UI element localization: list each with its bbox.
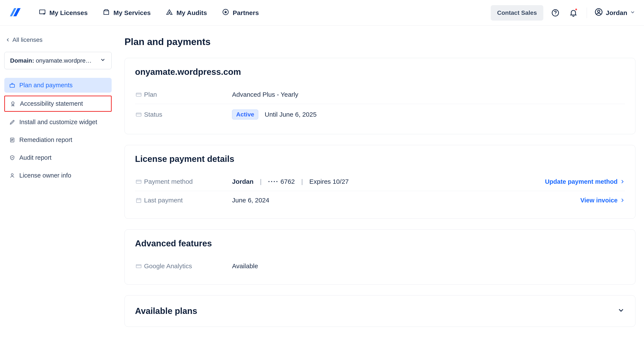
sidebar-item-label: License owner info (19, 172, 71, 179)
contact-sales-button[interactable]: Contact Sales (491, 5, 543, 20)
separator: | (260, 178, 262, 185)
document-icon (9, 137, 16, 143)
view-invoice-link[interactable]: View invoice (580, 197, 625, 204)
payment-method-row: Payment method Jordan | ···· 6762 | Expi… (135, 173, 625, 191)
calendar-icon (135, 197, 144, 203)
nav-label: My Services (113, 9, 150, 16)
domain-card: onyamate.wordpress.com Plan Advanced Plu… (124, 58, 636, 134)
content-area: Plan and payments onyamate.wordpress.com… (116, 26, 644, 348)
services-icon (102, 8, 110, 17)
card-icon (135, 92, 144, 98)
nav-partners[interactable]: Partners (222, 8, 259, 17)
sidebar-item-remediation-report[interactable]: Remediation report (4, 133, 112, 147)
briefcase-icon (9, 82, 16, 88)
method-label: Payment method (144, 178, 232, 185)
nav-label: Partners (233, 9, 259, 16)
licenses-icon (39, 8, 46, 17)
svg-point-9 (11, 174, 13, 175)
method-expires: Expires 10/27 (309, 178, 348, 185)
svg-rect-6 (10, 84, 14, 87)
nav-my-services[interactable]: My Services (102, 8, 150, 17)
person-icon (9, 173, 16, 178)
svg-rect-11 (136, 113, 141, 116)
sidebar-item-accessibility-statement[interactable]: Accessibility statement (4, 96, 112, 112)
award-icon (10, 101, 16, 107)
available-plans-toggle[interactable]: Available plans (135, 306, 625, 316)
chevron-left-icon (6, 37, 10, 42)
method-name: Jordan (232, 178, 254, 185)
nav-my-audits[interactable]: My Audits (166, 8, 207, 17)
svg-rect-13 (136, 198, 141, 203)
user-menu[interactable]: Jordan (594, 7, 636, 18)
status-label: Status (144, 111, 232, 118)
last-payment-value: June 6, 2024 (232, 197, 580, 204)
user-name: Jordan (606, 9, 627, 16)
svg-rect-14 (136, 265, 141, 268)
status-badge: Active (232, 110, 258, 119)
domain-label: Domain: (10, 57, 36, 64)
breadcrumb-label: All licenses (12, 36, 42, 43)
chevron-down-icon (630, 9, 636, 16)
pencil-icon (9, 119, 16, 125)
sidebar-item-label: Remediation report (19, 136, 72, 144)
shield-check-icon (9, 155, 16, 161)
last-payment-row: Last payment June 6, 2024 View invoice (135, 191, 625, 209)
card-icon (135, 112, 144, 118)
notifications-button[interactable] (567, 7, 580, 19)
status-row: Status Active Until June 6, 2025 (135, 104, 625, 125)
help-button[interactable] (549, 7, 561, 19)
svg-rect-12 (136, 180, 141, 183)
payment-card-title: License payment details (135, 154, 625, 164)
domain-selector[interactable]: Domain: onyamate.wordpre… (4, 52, 112, 69)
sidebar-item-label: Accessibility statement (20, 100, 83, 107)
nav-label: My Licenses (49, 9, 88, 16)
card-icon (135, 178, 144, 185)
nav-label: My Audits (176, 9, 207, 16)
masked-dots: ···· (268, 178, 279, 185)
app-header: My Licenses My Services My Audits Partne… (0, 0, 644, 26)
status-until: Until June 6, 2025 (265, 111, 317, 118)
page-title: Plan and payments (124, 36, 636, 47)
ga-value: Available (232, 262, 625, 270)
plan-label: Plan (144, 91, 232, 98)
last-payment-label: Last payment (144, 197, 232, 204)
plan-row: Plan Advanced Plus - Yearly (135, 85, 625, 104)
nav-my-licenses[interactable]: My Licenses (39, 8, 88, 17)
svg-point-3 (555, 14, 556, 15)
sidebar: All licenses Domain: onyamate.wordpre… P… (0, 26, 116, 348)
update-payment-method-link[interactable]: Update payment method (545, 178, 625, 185)
sidebar-item-owner-info[interactable]: License owner info (4, 168, 112, 183)
available-plans-title: Available plans (135, 306, 197, 316)
svg-rect-10 (136, 93, 141, 96)
sidebar-item-label: Plan and payments (19, 82, 72, 89)
breadcrumb-all-licenses[interactable]: All licenses (4, 36, 112, 43)
features-card: Advanced features Google Analytics Avail… (124, 229, 636, 285)
domain-value: onyamate.wordpre… (36, 57, 92, 64)
domain-card-title: onyamate.wordpress.com (135, 67, 625, 77)
sidebar-item-plan-payments[interactable]: Plan and payments (4, 78, 112, 93)
payment-card: License payment details Payment method J… (124, 145, 636, 219)
svg-point-5 (598, 10, 600, 12)
partners-icon (222, 8, 229, 17)
sidebar-item-audit-report[interactable]: Audit report (4, 150, 112, 165)
svg-point-7 (12, 102, 14, 104)
audits-icon (166, 8, 173, 17)
google-analytics-row: Google Analytics Available (135, 257, 625, 275)
sidebar-item-label: Install and customize widget (19, 119, 97, 126)
plan-value: Advanced Plus - Yearly (232, 91, 625, 98)
chevron-down-icon (617, 306, 625, 316)
header-divider (587, 7, 587, 18)
chevron-right-icon (620, 198, 625, 203)
app-logo[interactable] (8, 6, 22, 19)
notification-dot-icon (575, 8, 578, 11)
svg-rect-0 (40, 10, 45, 14)
separator: | (301, 178, 303, 185)
user-icon (594, 7, 603, 18)
sidebar-item-install-widget[interactable]: Install and customize widget (4, 115, 112, 130)
card-icon (135, 263, 144, 269)
features-card-title: Advanced features (135, 239, 625, 248)
chevron-down-icon (100, 57, 106, 64)
method-last4: 6762 (280, 178, 295, 185)
available-plans-card: Available plans (124, 295, 636, 327)
ga-label: Google Analytics (144, 262, 232, 270)
